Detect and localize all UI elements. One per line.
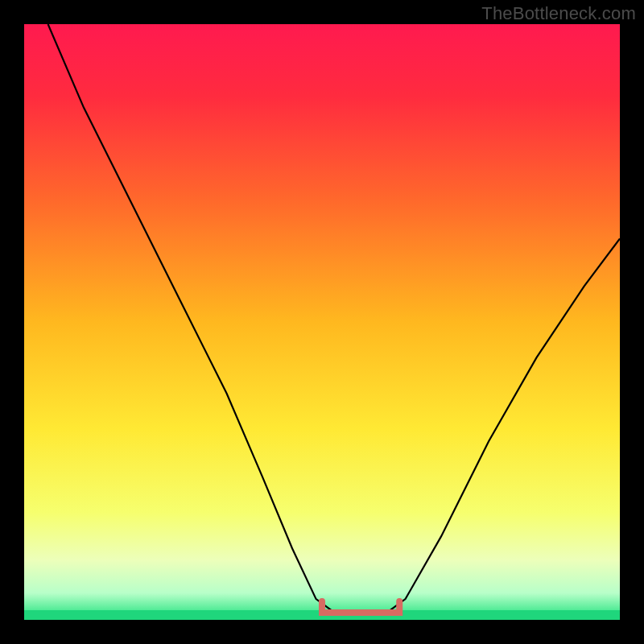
watermark-text: TheBottleneck.com [481,3,636,24]
gradient-background [24,24,620,620]
bottleneck-chart [0,0,644,644]
chart-stage: TheBottleneck.com [0,0,644,644]
